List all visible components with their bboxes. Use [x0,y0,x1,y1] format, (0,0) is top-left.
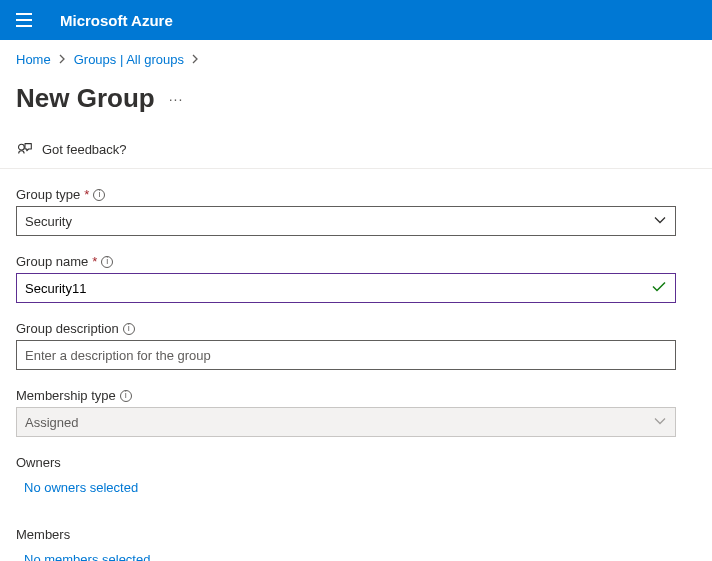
label-text: Group name [16,254,88,269]
membership-type-label: Membership type i [16,388,696,403]
chevron-right-icon [59,54,66,66]
field-group-name: Group name * i [16,254,696,303]
membership-type-select: Assigned [16,407,676,437]
label-text: Group description [16,321,119,336]
info-icon[interactable]: i [123,323,135,335]
chevron-down-icon [653,415,667,430]
brand-label: Microsoft Azure [60,12,173,29]
check-icon [651,281,667,296]
breadcrumb-item-groups[interactable]: Groups | All groups [74,52,184,67]
group-type-label: Group type * i [16,187,696,202]
hamburger-menu-icon[interactable] [16,10,36,30]
page-header: New Group ··· [0,75,712,132]
field-group-description: Group description i [16,321,696,370]
group-description-input-wrapper[interactable] [16,340,676,370]
form-area: Group type * i Security Group name * i G… [0,169,712,561]
label-text: Membership type [16,388,116,403]
group-description-input[interactable] [25,348,645,363]
svg-point-0 [19,144,25,150]
info-icon[interactable]: i [93,189,105,201]
required-marker: * [92,254,97,269]
chevron-right-icon [192,54,199,66]
breadcrumb: Home Groups | All groups [0,40,712,75]
group-type-value: Security [25,214,72,229]
members-link[interactable]: No members selected [16,552,150,561]
chevron-down-icon [653,214,667,229]
owners-label: Owners [16,455,696,470]
label-text: Group type [16,187,80,202]
field-membership-type: Membership type i Assigned [16,388,696,437]
field-group-type: Group type * i Security [16,187,696,236]
feedback-icon [16,140,34,158]
group-name-input[interactable] [25,281,645,296]
group-name-label: Group name * i [16,254,696,269]
required-marker: * [84,187,89,202]
group-type-select[interactable]: Security [16,206,676,236]
feedback-bar[interactable]: Got feedback? [0,132,712,169]
owners-link[interactable]: No owners selected [16,480,138,495]
feedback-link[interactable]: Got feedback? [42,142,127,157]
membership-type-value: Assigned [25,415,78,430]
page-title: New Group [16,83,155,114]
more-actions-button[interactable]: ··· [169,91,184,107]
members-label: Members [16,527,696,542]
top-bar: Microsoft Azure [0,0,712,40]
group-description-label: Group description i [16,321,696,336]
breadcrumb-item-home[interactable]: Home [16,52,51,67]
info-icon[interactable]: i [101,256,113,268]
group-name-input-wrapper[interactable] [16,273,676,303]
info-icon[interactable]: i [120,390,132,402]
